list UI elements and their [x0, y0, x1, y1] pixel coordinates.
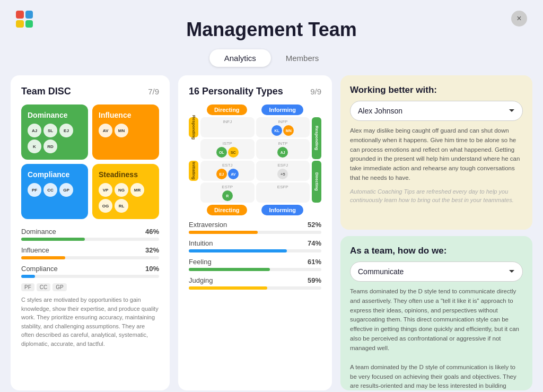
mbti-bottom-labels: Directing Informing — [189, 205, 321, 215]
mbti-cell-ISTP: ISTP OL SC — [200, 139, 255, 159]
avatar-EJ-mbti: EJ — [216, 169, 227, 179]
disc-influence-avatars: AV MN — [99, 124, 153, 137]
avatar-RL: RL — [115, 199, 128, 213]
directing-bottom-label: Directing — [207, 205, 247, 215]
tabs-bar: Analytics Members — [0, 49, 543, 67]
close-button[interactable]: × — [511, 11, 527, 27]
disc-compliance-label: Compliance — [28, 170, 82, 179]
page-title: Management Team — [186, 11, 356, 41]
personality-card-count: 9/9 — [310, 87, 321, 96]
tab-members[interactable]: Members — [271, 49, 334, 67]
informing-bottom-label: Informing — [261, 205, 303, 215]
tab-analytics[interactable]: Analytics — [209, 49, 271, 67]
logo-dot-red — [16, 11, 24, 19]
avatar-CC: CC — [43, 183, 57, 197]
disc-description: C styles are motivated by opportunities … — [21, 295, 159, 348]
mbti-left-labels: Responding Initiating — [189, 117, 198, 203]
avatar-OG: OG — [99, 199, 112, 213]
avatar-VP: VP — [99, 183, 112, 197]
disc-compliance-avatars: PF CC GP — [28, 183, 82, 197]
extraversion-stat: Extraversion 52% — [189, 221, 321, 234]
directing-right-label: Directing — [312, 161, 321, 203]
influence-stat: Influence 32% — [21, 246, 159, 259]
logo-dot-green — [25, 20, 33, 28]
as-team-title: As a team, how do we: — [350, 246, 523, 256]
directing-top-label: Directing — [207, 104, 247, 115]
avatar-AJ-mbti: AJ — [277, 147, 288, 158]
disc-dominance-label: Dominance — [28, 111, 82, 119]
empty-label2 — [189, 182, 198, 203]
intuition-stat: Intuition 74% — [189, 239, 321, 252]
mbti-grid-wrapper: Responding Initiating INFJ INFP KL — [189, 117, 321, 203]
disc-influence-cell: Influence AV MN — [92, 104, 159, 160]
avatar-MN-mbti: MN — [283, 125, 294, 136]
informing-top-label: Informing — [261, 104, 303, 115]
as-team-description2: A team dominated by the D style of commu… — [350, 363, 523, 390]
mbti-cell-INFP: INFP KL MN — [256, 117, 310, 137]
badge-GP: GP — [52, 283, 66, 291]
personality-stats: Extraversion 52% Intuition 74% Feeling — [189, 221, 321, 290]
disc-quadrant-grid: Dominance AJ SL EJ K RD Influence AV MN — [21, 104, 159, 219]
avatar-R: R — [222, 190, 233, 201]
avatar-GP: GP — [59, 183, 73, 197]
working-better-description: Alex may dislike being caught off guard … — [350, 126, 523, 183]
avatar-MR: MR — [130, 183, 144, 197]
avatar-plus5: +5 — [277, 169, 288, 179]
responding-right-label: Responding — [312, 117, 321, 159]
avatar-AV-mbti: AV — [228, 169, 239, 179]
team-action-select[interactable]: Communicate — [350, 262, 523, 282]
right-panel: Working better with: Alex Johnson Alex m… — [340, 75, 532, 390]
feeling-stat: Feeling 61% — [189, 258, 321, 271]
disc-steadiness-label: Steadiness — [99, 170, 153, 179]
coaching-tip-text: Automatic Coaching Tips are refreshed ev… — [350, 187, 523, 205]
disc-compliance-cell: Compliance PF CC GP — [21, 164, 88, 219]
compliance-badges: PF CC GP — [21, 283, 159, 291]
avatar-MN: MN — [115, 124, 128, 137]
disc-card-header: Team DISC 7/9 — [21, 86, 159, 97]
app-logo — [16, 11, 33, 28]
disc-dominance-avatars: AJ SL EJ K RD — [28, 124, 82, 153]
dominance-stat: Dominance 46% — [21, 228, 159, 241]
avatar-KL: KL — [272, 125, 282, 136]
compliance-stat: Compliance 10% — [21, 265, 159, 278]
judging-stat: Judging 59% — [189, 276, 321, 290]
avatar-PF: PF — [28, 183, 41, 197]
badge-CC: CC — [37, 283, 50, 291]
person-select[interactable]: Alex Johnson — [350, 101, 523, 121]
avatar-SC: SC — [228, 147, 239, 158]
initiating-label: Initiating — [189, 161, 198, 181]
avatar-SL: SL — [43, 124, 57, 137]
empty-label — [189, 139, 198, 159]
responding-label: Responding — [189, 117, 198, 137]
mbti-top-labels: Directing Informing — [189, 104, 321, 115]
mbti-cells: INFJ INFP KL MN ISTP OL S — [200, 117, 310, 203]
logo-dot-blue — [25, 11, 33, 19]
working-better-card: Working better with: Alex Johnson Alex m… — [340, 75, 532, 230]
disc-influence-label: Influence — [99, 111, 153, 119]
as-team-card: As a team, how do we: Communicate Teams … — [340, 236, 532, 390]
personality-card: 16 Personality Types 9/9 Directing Infor… — [178, 75, 332, 390]
avatar-RD: RD — [43, 140, 57, 153]
personality-card-title: 16 Personality Types — [189, 86, 283, 97]
mbti-cell-ESTJ: ESTJ EJ AV — [200, 161, 255, 181]
main-content: Team DISC 7/9 Dominance AJ SL EJ K RD — [0, 75, 543, 390]
disc-card-title: Team DISC — [21, 86, 71, 97]
avatar-AV: AV — [99, 124, 112, 137]
badge-PF: PF — [21, 283, 34, 291]
avatar-AJ: AJ — [28, 124, 41, 137]
disc-steadiness-cell: Steadiness VP NG MR OG RL — [92, 164, 159, 219]
disc-dominance-cell: Dominance AJ SL EJ K RD — [21, 104, 88, 160]
disc-card-count: 7/9 — [148, 87, 159, 96]
as-team-description1: Teams dominated by the D style tend to c… — [350, 287, 523, 353]
avatar-EJ: EJ — [59, 124, 73, 137]
disc-steadiness-avatars: VP NG MR OG RL — [99, 183, 153, 213]
mbti-cell-ESTP: ESTP R — [200, 182, 255, 203]
disc-card: Team DISC 7/9 Dominance AJ SL EJ K RD — [11, 75, 170, 390]
mbti-cell-ESFJ: ESFJ +5 — [256, 161, 310, 181]
working-better-title: Working better with: — [350, 85, 523, 95]
mbti-cell-INTP-AJ: INTP AJ — [256, 139, 310, 159]
avatar-OL: OL — [216, 147, 227, 158]
logo-dot-yellow — [16, 20, 24, 28]
avatar-NG: NG — [115, 183, 128, 197]
mbti-cell-ESFP: ESFP — [256, 182, 310, 203]
